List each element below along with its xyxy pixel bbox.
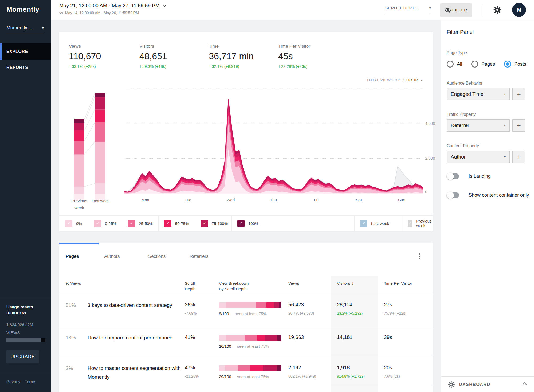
usage-title: Usage resets tomorrow bbox=[6, 304, 38, 315]
radio-all[interactable]: All bbox=[447, 61, 462, 68]
chevron-down-icon: ▾ bbox=[504, 124, 506, 127]
traffic-property-select[interactable]: Referrer ▾ bbox=[447, 119, 510, 132]
privacy-link[interactable]: Privacy bbox=[6, 379, 20, 384]
toggle-knob bbox=[447, 173, 454, 180]
tab-pages[interactable]: Pages bbox=[66, 251, 79, 262]
cell-time-per-visitor: 27s 75.3% (+12s) bbox=[384, 302, 406, 315]
show-content-container-toggle[interactable] bbox=[447, 192, 459, 199]
col-header-view-breakdown[interactable]: View BreakdownBy Scroll Depth bbox=[219, 280, 249, 292]
chevron-down-icon bbox=[162, 3, 166, 7]
radio-pages[interactable]: Pages bbox=[471, 61, 495, 68]
legend-item-75-100pct[interactable]: ✓ 75-100% bbox=[195, 216, 231, 231]
filter-button[interactable]: FILTER bbox=[440, 3, 472, 17]
add-audience-filter-button[interactable]: + bbox=[512, 88, 525, 100]
select-value: Author bbox=[451, 154, 466, 160]
stat-time-per-visitor: Time Per Visitor 45s ↑22.28% (+23s) bbox=[278, 44, 310, 69]
legend-label: Previous week bbox=[416, 219, 433, 228]
legend-item-previous-week[interactable]: ✓ Previous week bbox=[402, 216, 433, 231]
stat-label: Time Per Visitor bbox=[278, 44, 310, 49]
is-landing-toggle[interactable] bbox=[447, 173, 459, 180]
col-header-scroll-depth[interactable]: ScrollDepth bbox=[185, 280, 195, 292]
scroll-depth-breakdown-bar bbox=[219, 335, 281, 341]
col-header-views[interactable]: Views bbox=[288, 280, 299, 286]
stat-delta: ↑32.1% (+8,919) bbox=[209, 64, 254, 69]
dashboard-label: DASHBOARD bbox=[459, 382, 490, 387]
stat-label: Visitors bbox=[139, 44, 167, 49]
cell-scroll-depth: 26% -7.69% bbox=[185, 302, 197, 315]
col-header-time-per-visitor[interactable]: Time Per Visitor bbox=[384, 280, 412, 286]
cell-page-title[interactable]: How to master content segmentation with … bbox=[88, 364, 181, 381]
tab-authors[interactable]: Authors bbox=[104, 251, 120, 262]
workspace-selector[interactable]: Momently ... ▾ bbox=[6, 25, 44, 34]
select-value: Engaged Time bbox=[451, 91, 484, 97]
radio-circle-icon bbox=[471, 61, 478, 68]
compare-date-range: vs. May 14, 12:00:00 AM - May 20, 11:59:… bbox=[59, 11, 139, 15]
active-tab-indicator bbox=[59, 243, 99, 244]
upgrade-button[interactable]: UPGRADE bbox=[6, 350, 39, 363]
radio-label: Posts bbox=[514, 61, 526, 67]
pages-table-card: Pages Authors Sections Referrers % Views… bbox=[59, 243, 433, 392]
add-traffic-filter-button[interactable]: + bbox=[512, 119, 525, 132]
date-range-text: May 21, 12:00:00 AM - May 27, 11:59:59 P… bbox=[59, 3, 160, 9]
radio-posts[interactable]: Posts bbox=[504, 61, 526, 68]
legend-label: 50-75% bbox=[175, 221, 189, 226]
page-type-radio-group: All Pages Posts bbox=[447, 61, 526, 68]
content-property-select[interactable]: Author ▾ bbox=[447, 151, 510, 163]
is-landing-toggle-row: Is Landing bbox=[447, 173, 491, 180]
col-header-pct-views[interactable]: % Views bbox=[66, 280, 81, 286]
sidebar-item-label: REPORTS bbox=[6, 65, 28, 70]
add-content-filter-button[interactable]: + bbox=[512, 151, 525, 163]
weekly-bars-chart bbox=[70, 91, 115, 203]
cell-page-title[interactable]: 3 keys to data-driven content strategy bbox=[88, 301, 181, 310]
user-avatar[interactable]: M bbox=[512, 3, 526, 17]
stat-delta: ↑33.1% (+28k) bbox=[69, 64, 101, 69]
stat-visitors: Visitors 48,651 ↑59.3% (+18k) bbox=[139, 44, 167, 69]
cell-pct-views: 2% bbox=[66, 365, 73, 371]
table-row[interactable]: 51% 3 keys to data-driven content strate… bbox=[59, 293, 433, 327]
metric-selector-dropdown[interactable]: SCROLL DEPTH ▾ bbox=[385, 6, 431, 14]
gear-icon bbox=[448, 381, 455, 388]
sidebar-item-explore[interactable]: EXPLORE bbox=[0, 43, 51, 60]
settings-gear-icon[interactable] bbox=[493, 6, 501, 14]
legend-item-100pct[interactable]: ✓ 100% bbox=[231, 216, 265, 231]
main-content: Views 110,670 ↑33.1% (+28k) Visitors 48,… bbox=[51, 20, 441, 392]
tab-referrers[interactable]: Referrers bbox=[190, 251, 209, 262]
checkbox-checked-icon: ✓ bbox=[94, 220, 101, 227]
metric-selector-value: SCROLL DEPTH bbox=[385, 6, 418, 10]
terms-link[interactable]: Terms bbox=[25, 379, 36, 384]
legend-item-25-50pct[interactable]: ✓ 25-50% bbox=[122, 216, 158, 231]
table-row[interactable]: 18% How to compare content performance 4… bbox=[59, 327, 433, 356]
legend-label: 0% bbox=[76, 221, 82, 226]
cell-view-breakdown: 8/100seen at least 75% bbox=[219, 302, 281, 316]
sidebar-divider bbox=[0, 373, 51, 373]
checkbox-checked-icon: ✓ bbox=[360, 220, 367, 227]
usage-unit: VIEWS bbox=[6, 330, 20, 335]
sidebar-links: Privacy Terms bbox=[6, 379, 36, 384]
stat-delta: ↑22.28% (+23s) bbox=[278, 64, 310, 69]
kebab-menu-icon[interactable] bbox=[419, 253, 420, 259]
date-range-selector[interactable]: May 21, 12:00:00 AM - May 27, 11:59:59 P… bbox=[59, 3, 166, 9]
audience-behavior-select[interactable]: Engaged Time ▾ bbox=[447, 88, 510, 100]
table-row[interactable]: 2% How to master content segmentation wi… bbox=[59, 356, 433, 386]
chevron-down-icon: ▾ bbox=[504, 92, 506, 96]
dashboard-footer-bar[interactable]: DASHBOARD bbox=[441, 376, 534, 392]
chevron-up-icon bbox=[522, 382, 527, 387]
legend-item-0-25pct[interactable]: ✓ 0-25% bbox=[88, 216, 122, 231]
tab-sections[interactable]: Sections bbox=[148, 251, 166, 262]
legend-label: 0-25% bbox=[105, 221, 116, 226]
stat-value: 48,651 bbox=[139, 51, 167, 61]
cell-pct-views: 51% bbox=[66, 302, 76, 308]
col-header-visitors[interactable]: Visitors↓ bbox=[337, 280, 354, 286]
legend-label: 100% bbox=[248, 221, 258, 226]
legend-item-0pct[interactable]: ✓ 0% bbox=[59, 216, 88, 231]
cell-page-title[interactable]: How to compare content performance bbox=[88, 333, 181, 342]
sidebar-item-reports[interactable]: REPORTS bbox=[0, 60, 51, 76]
chevron-down-icon: ▾ bbox=[429, 6, 431, 10]
stat-views: Views 110,670 ↑33.1% (+28k) bbox=[69, 44, 101, 69]
y-tick-0: 0 bbox=[425, 189, 427, 194]
legend-item-50-75pct[interactable]: ✓ 50-75% bbox=[158, 216, 195, 231]
usage-count: 1,834,026 / 2M bbox=[6, 322, 33, 327]
legend-label: 75-100% bbox=[212, 221, 228, 226]
x-label-tue: Tue bbox=[167, 197, 209, 202]
legend-item-last-week[interactable]: ✓ Last week bbox=[354, 216, 402, 231]
